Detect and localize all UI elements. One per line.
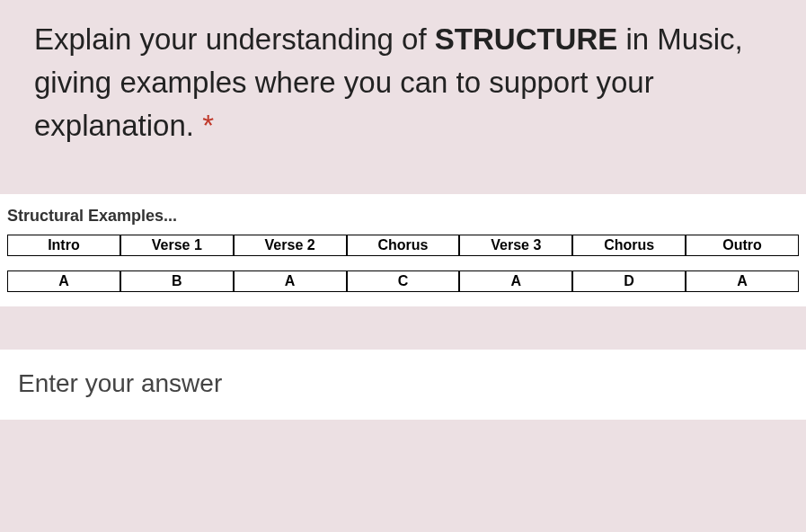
table-cell: A [7, 270, 120, 292]
examples-table: Intro Verse 1 Verse 2 Chorus Verse 3 Cho… [7, 235, 799, 292]
table-cell: Intro [7, 235, 120, 256]
table-row: A B A C A D A [7, 270, 799, 292]
question-bold: STRUCTURE [435, 22, 618, 56]
table-cell: D [572, 270, 686, 292]
question-container: Explain your understanding of STRUCTURE … [0, 0, 806, 147]
table-gap [7, 256, 799, 270]
table-cell: C [347, 270, 460, 292]
question-text: Explain your understanding of STRUCTURE … [34, 18, 772, 147]
examples-title: Structural Examples... [7, 207, 799, 226]
required-asterisk: * [202, 109, 214, 142]
answer-box [0, 350, 806, 420]
table-cell: A [459, 270, 572, 292]
table-cell: Outro [686, 235, 799, 256]
table-cell: Verse 1 [120, 235, 234, 256]
table-cell: A [234, 270, 347, 292]
table-cell: A [686, 270, 799, 292]
table-cell: Chorus [572, 235, 686, 256]
table-cell: Chorus [347, 235, 460, 256]
table-cell: Verse 2 [234, 235, 347, 256]
table-cell: Verse 3 [459, 235, 572, 256]
examples-section: Structural Examples... Intro Verse 1 Ver… [0, 194, 806, 306]
question-part1: Explain your understanding of [34, 22, 435, 56]
answer-input[interactable] [18, 369, 788, 398]
table-cell: B [120, 270, 234, 292]
table-row: Intro Verse 1 Verse 2 Chorus Verse 3 Cho… [7, 235, 799, 256]
